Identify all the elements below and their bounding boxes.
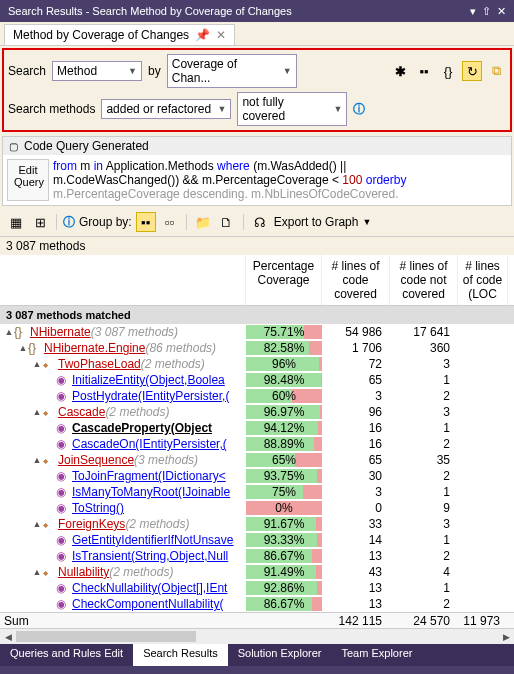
expander-icon[interactable]: ▲: [32, 455, 42, 465]
view-icon[interactable]: ▦: [6, 212, 26, 232]
tree-row[interactable]: ◉ToString()0%09: [0, 500, 514, 516]
expander-icon[interactable]: ▲: [18, 343, 28, 353]
tree-row[interactable]: ◉CheckComponentNullability(86.67%132: [0, 596, 514, 612]
item-name[interactable]: InitializeEntity(Object,Boolea: [72, 373, 225, 387]
info-icon[interactable]: ⓘ: [353, 101, 365, 118]
tree-row[interactable]: ▲⬥JoinSequence (3 methods)65%6535: [0, 452, 514, 468]
item-name[interactable]: IsTransient(String,Object,Null: [72, 549, 228, 563]
edit-query-button[interactable]: Edit Query: [7, 159, 49, 201]
folder-icon[interactable]: 📁: [193, 212, 213, 232]
item-name[interactable]: NHibernate: [30, 325, 91, 339]
tree-row[interactable]: ▲{}NHibernate (3 087 methods)75.71%54 98…: [0, 324, 514, 340]
pin-icon[interactable]: ⇧: [482, 5, 491, 18]
item-name[interactable]: Nullability: [58, 565, 109, 579]
group-icon-1[interactable]: ▪▪: [136, 212, 156, 232]
tree-icon[interactable]: ⊞: [30, 212, 50, 232]
copy-icon[interactable]: ⧉: [486, 61, 506, 81]
expander-icon[interactable]: ▲: [32, 359, 42, 369]
expander-icon[interactable]: ▲: [4, 327, 14, 337]
tree-row[interactable]: ◉CascadeOn(IEntityPersister,(88.89%162: [0, 436, 514, 452]
tab-queries[interactable]: Queries and Rules Edit: [0, 644, 133, 666]
results-tree[interactable]: ▲{}NHibernate (3 087 methods)75.71%54 98…: [0, 324, 514, 612]
item-name[interactable]: JoinSequence: [58, 453, 134, 467]
percentage-value: 96%: [272, 357, 296, 371]
item-name[interactable]: CheckNullability(Object[],IEnt: [72, 581, 227, 595]
item-name[interactable]: TwoPhaseLoad: [58, 357, 141, 371]
group-icon-2[interactable]: ▫▫: [160, 212, 180, 232]
item-name[interactable]: PostHydrate(IEntityPersister,(: [72, 389, 229, 403]
chevron-down-icon[interactable]: ▼: [362, 217, 371, 227]
not-covered-value: 2: [390, 469, 458, 483]
class-icon: ⬥: [42, 357, 56, 371]
star-icon[interactable]: ✱: [390, 61, 410, 81]
percentage-value: 91.67%: [264, 517, 305, 531]
scroll-left-icon[interactable]: ◀: [0, 629, 16, 644]
expander-icon[interactable]: ▲: [32, 407, 42, 417]
refresh-icon[interactable]: ↻: [462, 61, 482, 81]
info-icon[interactable]: ⓘ: [63, 214, 75, 231]
tab-solution-explorer[interactable]: Solution Explorer: [228, 644, 332, 666]
item-name[interactable]: GetEntityIdentifierIfNotUnsave: [72, 533, 233, 547]
item-name[interactable]: ToString(): [72, 501, 124, 515]
item-name[interactable]: IsManyToManyRoot(IJoinable: [72, 485, 230, 499]
tree-row[interactable]: ◉IsManyToManyRoot(IJoinable75%31: [0, 484, 514, 500]
tab-close-icon[interactable]: ✕: [216, 28, 226, 42]
method-icon: ◉: [56, 485, 70, 499]
covered-value: 13: [322, 581, 390, 595]
search-criterion-dropdown[interactable]: Coverage of Chan...▼: [167, 54, 297, 88]
link-icon[interactable]: ▪▪: [414, 61, 434, 81]
by-label: by: [148, 64, 161, 78]
tree-row[interactable]: ▲⬥Cascade (2 methods)96.97%963: [0, 404, 514, 420]
close-icon[interactable]: ✕: [497, 5, 506, 18]
section-title: Code Query Generated: [24, 139, 149, 153]
export-label[interactable]: Export to Graph: [274, 215, 359, 229]
not-covered-value: 2: [390, 597, 458, 611]
tree-row[interactable]: ◉ToJoinFragment(IDictionary<93.75%302: [0, 468, 514, 484]
tab-pin-icon[interactable]: 📌: [195, 28, 210, 42]
document-icon[interactable]: 🗋: [217, 212, 237, 232]
item-name[interactable]: Cascade: [58, 405, 105, 419]
search-entity-dropdown[interactable]: Method▼: [52, 61, 142, 81]
tree-row[interactable]: ◉CascadeProperty(Object94.12%161: [0, 420, 514, 436]
search-methods-dropdown[interactable]: added or refactored▼: [101, 99, 231, 119]
tree-row[interactable]: ◉IsTransient(String,Object,Null86.67%132: [0, 548, 514, 564]
not-covered-value: 3: [390, 405, 458, 419]
tree-row[interactable]: ▲⬥Nullability (2 methods)91.49%434: [0, 564, 514, 580]
tree-row[interactable]: ◉PostHydrate(IEntityPersister,(60%32: [0, 388, 514, 404]
collapse-icon[interactable]: ▢: [9, 141, 18, 152]
col-covered[interactable]: # lines of code covered: [322, 255, 390, 305]
item-name[interactable]: NHibernate.Engine: [44, 341, 145, 355]
col-loc[interactable]: # lines of code (LOC: [458, 255, 508, 305]
scroll-right-icon[interactable]: ▶: [498, 629, 514, 644]
col-not-covered[interactable]: # lines of code not covered: [390, 255, 458, 305]
item-name[interactable]: ToJoinFragment(IDictionary<: [72, 469, 226, 483]
expander-icon[interactable]: ▲: [32, 519, 42, 529]
tree-row[interactable]: ▲⬥TwoPhaseLoad (2 methods)96%723: [0, 356, 514, 372]
coverage-dropdown[interactable]: not fully covered▼: [237, 92, 347, 126]
percentage-value: 75.71%: [264, 325, 305, 339]
graph-icon[interactable]: ☊: [250, 212, 270, 232]
tree-row[interactable]: ◉GetEntityIdentifierIfNotUnsave93.33%141: [0, 532, 514, 548]
braces-icon[interactable]: {}: [438, 61, 458, 81]
item-name[interactable]: ForeignKeys: [58, 517, 125, 531]
chevron-down-icon: ▼: [217, 104, 226, 114]
scroll-thumb[interactable]: [16, 631, 196, 642]
horizontal-scrollbar[interactable]: ◀ ▶: [0, 628, 514, 644]
tab-team-explorer[interactable]: Team Explorer: [332, 644, 423, 666]
expander-icon[interactable]: ▲: [32, 567, 42, 577]
col-percentage[interactable]: Percentage Coverage: [246, 255, 322, 305]
tree-row[interactable]: ▲⬥ForeignKeys (2 methods)91.67%333: [0, 516, 514, 532]
item-name[interactable]: CascadeProperty(Object: [72, 421, 212, 435]
count-label: 3 087 methods: [6, 239, 252, 253]
tree-row[interactable]: ▲{}NHibernate.Engine (86 methods)82.58%1…: [0, 340, 514, 356]
class-icon: ⬥: [42, 405, 56, 419]
item-name[interactable]: CheckComponentNullability(: [72, 597, 223, 611]
not-covered-value: 360: [390, 341, 458, 355]
tab-search-results[interactable]: Method by Coverage of Changes 📌 ✕: [4, 24, 235, 45]
tab-search-results[interactable]: Search Results: [133, 644, 228, 666]
tree-row[interactable]: ◉CheckNullability(Object[],IEnt92.86%131: [0, 580, 514, 596]
window-menu-icon[interactable]: ▾: [470, 5, 476, 18]
item-name[interactable]: CascadeOn(IEntityPersister,(: [72, 437, 227, 451]
covered-value: 65: [322, 453, 390, 467]
tree-row[interactable]: ◉InitializeEntity(Object,Boolea98.48%651: [0, 372, 514, 388]
